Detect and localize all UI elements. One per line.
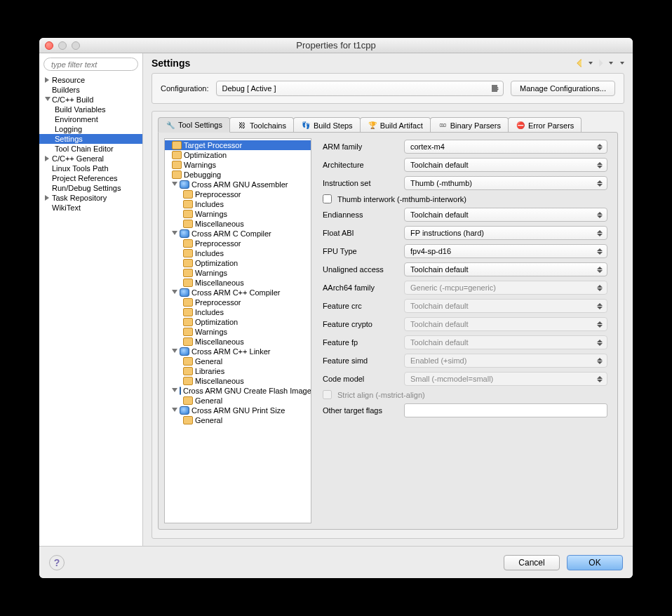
chevron-down-icon[interactable] (172, 388, 177, 394)
sidebar-item-builders[interactable]: Builders (39, 85, 142, 95)
help-icon[interactable]: ? (49, 555, 65, 570)
tool-tree-item-general[interactable]: General (165, 356, 311, 366)
settings-tab-panel: 🔧Tool Settings⛓Toolchains👣Build Steps🏆Bu… (152, 111, 624, 539)
arm_family-select[interactable]: cortex-m4 (404, 140, 607, 154)
float_abi-select[interactable]: FP instructions (hard) (404, 226, 607, 240)
thumb_interwork-checkbox[interactable] (323, 194, 332, 203)
tool-tree-item-general[interactable]: General (165, 415, 311, 425)
unaligned_access-select[interactable]: Toolchain default (404, 262, 607, 276)
tool-tree-item-miscellaneous[interactable]: Miscellaneous (165, 278, 311, 288)
sidebar-item-logging[interactable]: Logging (39, 124, 142, 134)
tool-tree-item-cross-arm-gnu-assembler[interactable]: Cross ARM GNU Assembler (165, 180, 311, 189)
configuration-select[interactable]: Debug [ Active ] (216, 81, 504, 96)
tool-tree-label: Miscellaneous (195, 337, 244, 346)
tool-tree-item-optimization[interactable]: Optimization (165, 258, 311, 268)
maximize-icon[interactable] (72, 41, 80, 50)
view-menu-icon[interactable] (620, 62, 624, 65)
sidebar-item-c-c-general[interactable]: C/C++ General (39, 154, 142, 163)
tool-tree-item-miscellaneous[interactable]: Miscellaneous (165, 219, 311, 229)
tool-tree-item-includes[interactable]: Includes (165, 248, 311, 258)
chevron-right-icon[interactable] (45, 195, 51, 201)
sidebar-item-wikitext[interactable]: WikiText (39, 203, 142, 213)
tool-option-icon (172, 161, 182, 169)
sidebar-item-build-variables[interactable]: Build Variables (39, 105, 142, 114)
tab-error-parsers[interactable]: ⛔Error Parsers (508, 117, 582, 133)
chevron-down-icon[interactable] (172, 349, 177, 354)
tool-option-icon (183, 239, 193, 248)
architecture-select[interactable]: Toolchain default (404, 158, 607, 172)
tool-tree-item-includes[interactable]: Includes (165, 307, 311, 317)
sidebar-item-c-c-build[interactable]: C/C++ Build (39, 95, 142, 105)
page-title: Settings (152, 58, 190, 69)
instruction_set-select[interactable]: Thumb (-mthumb) (404, 176, 607, 190)
tool-tree-item-cross-arm-gnu-print-size[interactable]: Cross ARM GNU Print Size (165, 406, 311, 415)
sidebar-item-run-debug-settings[interactable]: Run/Debug Settings (39, 183, 142, 193)
tool-tree-item-preprocessor[interactable]: Preprocessor (165, 189, 311, 199)
chevron-down-icon[interactable] (172, 182, 177, 187)
tool-tree-item-target-processor[interactable]: Target Processor (165, 140, 311, 150)
history-nav (575, 58, 624, 68)
feature_crc-label: Feature crc (323, 302, 398, 310)
ok-button[interactable]: OK (567, 555, 623, 570)
tool-tree-item-warnings[interactable]: Warnings (165, 209, 311, 219)
tool-tree-item-debugging[interactable]: Debugging (165, 170, 311, 180)
tool-tree-item-cross-arm-c-linker[interactable]: Cross ARM C++ Linker (165, 347, 311, 356)
tool-tree-item-miscellaneous[interactable]: Miscellaneous (165, 376, 311, 386)
tool-tree-item-cross-arm-c-compiler[interactable]: Cross ARM C++ Compiler (165, 288, 311, 297)
back-icon[interactable] (575, 58, 585, 68)
chevron-down-icon[interactable] (172, 290, 177, 295)
sidebar-item-settings[interactable]: Settings (39, 134, 142, 144)
sidebar-item-task-repository[interactable]: Task Repository (39, 193, 142, 203)
filter-input[interactable] (43, 58, 138, 71)
other_flags-input[interactable] (404, 403, 607, 417)
tool-option-icon (183, 279, 193, 287)
window-controls (45, 41, 80, 50)
tool-tree-item-miscellaneous[interactable]: Miscellaneous (165, 337, 311, 347)
tool-tree-item-optimization[interactable]: Optimization (165, 150, 311, 160)
tool-tree-item-preprocessor[interactable]: Preprocessor (165, 239, 311, 248)
tool-tree-item-warnings[interactable]: Warnings (165, 268, 311, 278)
sidebar-item-environment[interactable]: Environment (39, 114, 142, 124)
strict_align-checkbox (323, 390, 332, 399)
tool-option-icon (183, 259, 193, 267)
tool-tree-item-cross-arm-gnu-create-flash-image[interactable]: Cross ARM GNU Create Flash Image (165, 386, 311, 396)
tab-tool-settings[interactable]: 🔧Tool Settings (158, 117, 230, 133)
forward-menu-icon[interactable] (609, 62, 613, 65)
back-menu-icon[interactable] (589, 62, 593, 65)
chevron-right-icon[interactable] (45, 77, 51, 83)
fpu_type-select[interactable]: fpv4-sp-d16 (404, 244, 607, 258)
tab-build-steps[interactable]: 👣Build Steps (293, 117, 361, 133)
tool-tree-item-libraries[interactable]: Libraries (165, 366, 311, 376)
manage-configurations-button[interactable]: Manage Configurations... (511, 81, 615, 96)
chevron-down-icon[interactable] (172, 408, 177, 413)
sidebar-item-linux-tools-path[interactable]: Linux Tools Path (39, 163, 142, 173)
feature_simd-select: Enabled (+simd) (404, 354, 607, 368)
tool-tree-item-preprocessor[interactable]: Preprocessor (165, 297, 311, 307)
tool-tree-label: Target Processor (184, 141, 242, 149)
sidebar-item-resource[interactable]: Resource (39, 75, 142, 85)
tab-binary-parsers[interactable]: 010Binary Parsers (430, 117, 509, 133)
cancel-button[interactable]: Cancel (504, 555, 560, 570)
tab-toolchains[interactable]: ⛓Toolchains (229, 117, 294, 133)
close-icon[interactable] (45, 41, 53, 50)
tool-tree-item-optimization[interactable]: Optimization (165, 317, 311, 327)
tool-tree-label: Includes (195, 200, 224, 208)
tool-tree-item-general[interactable]: General (165, 396, 311, 406)
tool-tree-item-cross-arm-c-compiler[interactable]: Cross ARM C Compiler (165, 229, 311, 239)
tool-tree-item-warnings[interactable]: Warnings (165, 160, 311, 170)
tool-option-icon (183, 200, 193, 208)
chevron-down-icon[interactable] (45, 97, 51, 102)
tool-tree-item-warnings[interactable]: Warnings (165, 327, 311, 337)
minimize-icon[interactable] (58, 41, 67, 50)
tab-build-artifact[interactable]: 🏆Build Artifact (360, 117, 431, 133)
endianness-select[interactable]: Toolchain default (404, 208, 607, 222)
tool-settings-tree[interactable]: Target ProcessorOptimizationWarningsDebu… (164, 138, 311, 523)
tool-tree-label: Warnings (184, 161, 216, 169)
chevron-down-icon[interactable] (172, 231, 177, 236)
tool-tree-item-includes[interactable]: Includes (165, 199, 311, 209)
chevron-right-icon[interactable] (45, 156, 51, 161)
endianness-value: Toolchain default (410, 210, 469, 219)
sidebar-item-project-references[interactable]: Project References (39, 173, 142, 183)
tool-option-icon (183, 337, 193, 346)
sidebar-item-tool-chain-editor[interactable]: Tool Chain Editor (39, 144, 142, 154)
